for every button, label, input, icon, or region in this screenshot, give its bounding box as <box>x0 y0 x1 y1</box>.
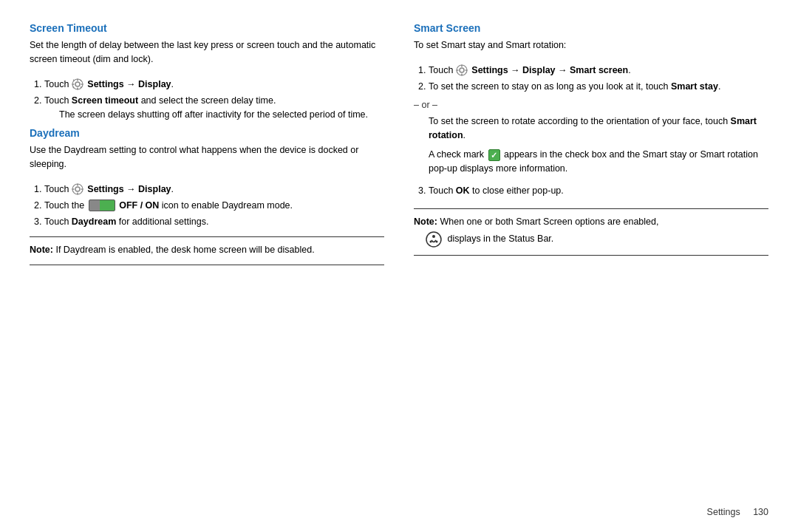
smart-screen-step1-bold: Settings → Display → Smart screen <box>471 65 628 75</box>
step1-bold-text: Settings → Display <box>87 79 171 89</box>
smart-stay-bold: Smart stay <box>671 81 718 92</box>
check-mark-text: A check mark appears in the check box an… <box>429 148 768 176</box>
rotate-text-1: To set the screen to rotate according to… <box>429 116 731 126</box>
right-note-icon-text: displays in the Status Bar. <box>426 231 768 248</box>
screen-timeout-steps: Touch <box>44 77 384 122</box>
svg-point-25 <box>436 240 438 242</box>
footer-label: Settings <box>707 507 740 517</box>
smart-screen-status-icon <box>426 231 442 248</box>
footer-page-number: 130 <box>753 507 768 517</box>
ok-bold: OK <box>456 185 470 196</box>
daydream-description: Use the Daydream setting to control what… <box>30 143 384 171</box>
right-note-section: Note: When one or both Smart Screen opti… <box>414 208 768 256</box>
check-text-before: A check mark <box>429 149 487 160</box>
svg-rect-20 <box>456 70 458 72</box>
svg-point-10 <box>75 187 80 191</box>
svg-rect-13 <box>77 193 78 195</box>
daydream-step2: Touch the OFF / ON icon to enable Daydre… <box>44 198 384 213</box>
smart-screen-intro-text: To set Smart stay and Smart rotation: <box>414 38 768 52</box>
svg-rect-19 <box>461 74 463 76</box>
daydream-step1: Touch Settings → Display. <box>44 182 384 197</box>
daydream-step1-bold: Settings → Display <box>87 184 171 194</box>
svg-rect-3 <box>77 88 78 90</box>
daydream-bold: Daydream <box>72 216 116 227</box>
left-note-section: Note: If Daydream is enabled, the desk h… <box>30 236 384 265</box>
smart-screen-intro: To set Smart stay and Smart rotation: <box>414 38 768 52</box>
right-note-body: When one or both Smart Screen options ar… <box>440 216 658 227</box>
two-column-layout: Screen Timeout Set the length of delay b… <box>30 22 768 265</box>
step2-note: The screen delays shutting off after ina… <box>59 108 384 122</box>
smart-screen-step3: Touch OK to close either pop-up. <box>429 183 768 198</box>
svg-rect-15 <box>81 189 83 191</box>
smart-screen-steps: Touch Settings → Display → Sma <box>429 63 768 94</box>
left-note-label: Note: <box>30 245 53 255</box>
settings-icon-1 <box>72 78 83 90</box>
right-note-label: Note: <box>414 216 437 227</box>
svg-rect-18 <box>461 65 463 67</box>
daydream-body: Use the Daydream setting to control what… <box>30 143 384 171</box>
svg-rect-21 <box>465 70 467 72</box>
svg-point-0 <box>75 82 80 86</box>
screen-timeout-step2: Touch Screen timeout and select the scre… <box>44 93 384 122</box>
smart-screen-step2: To set the screen to stay on as long as … <box>429 79 768 94</box>
svg-rect-2 <box>77 79 78 81</box>
settings-icon-3 <box>456 64 468 76</box>
left-note-text: Note: If Daydream is enabled, the desk h… <box>30 243 384 257</box>
toggle-switch-icon <box>89 200 115 211</box>
svg-rect-14 <box>72 189 74 191</box>
svg-point-22 <box>426 232 441 247</box>
check-mark-icon <box>488 149 500 161</box>
daydream-step3: Touch Daydream for additional settings. <box>44 214 384 229</box>
status-bar-text: displays in the Status Bar. <box>447 233 553 244</box>
smart-screen-step1: Touch Settings → Display → Sma <box>429 63 768 78</box>
or-line: – or – <box>414 100 768 110</box>
svg-point-23 <box>432 235 435 238</box>
smart-screen-section: Smart Screen To set Smart stay and Smart… <box>414 22 768 198</box>
screen-timeout-step1: Touch <box>44 77 384 92</box>
left-column: Screen Timeout Set the length of delay b… <box>30 22 384 265</box>
screen-timeout-description: Set the length of delay between the last… <box>30 38 384 66</box>
right-column: Smart Screen To set Smart stay and Smart… <box>414 22 768 265</box>
smart-screen-title: Smart Screen <box>414 22 768 34</box>
daydream-title: Daydream <box>30 127 384 139</box>
rotate-text-2: . <box>463 130 466 140</box>
daydream-steps: Touch Settings → Display. <box>44 182 384 229</box>
left-note-body: If Daydream is enabled, the desk home sc… <box>53 245 315 255</box>
screen-timeout-title: Screen Timeout <box>30 22 384 34</box>
step2-bold-screentime: Screen timeout <box>72 95 138 106</box>
svg-rect-4 <box>72 83 74 85</box>
settings-icon-2 <box>72 183 83 195</box>
svg-rect-6 <box>72 80 74 81</box>
screen-timeout-section: Screen Timeout Set the length of delay b… <box>30 22 384 121</box>
smart-screen-step3-list: Touch OK to close either pop-up. <box>429 183 768 198</box>
rotate-text: To set the screen to rotate according to… <box>429 115 768 143</box>
svg-rect-5 <box>81 83 83 85</box>
page-footer: Settings 130 <box>707 507 768 517</box>
svg-point-24 <box>430 240 432 242</box>
off-on-bold: OFF / ON <box>119 200 159 211</box>
screen-timeout-body: Set the length of delay between the last… <box>30 38 384 66</box>
svg-rect-12 <box>77 184 78 186</box>
page-container: Screen Timeout Set the length of delay b… <box>0 0 798 532</box>
daydream-section: Daydream Use the Daydream setting to con… <box>30 127 384 229</box>
right-note-text: Note: When one or both Smart Screen opti… <box>414 215 768 229</box>
svg-point-16 <box>460 68 464 72</box>
